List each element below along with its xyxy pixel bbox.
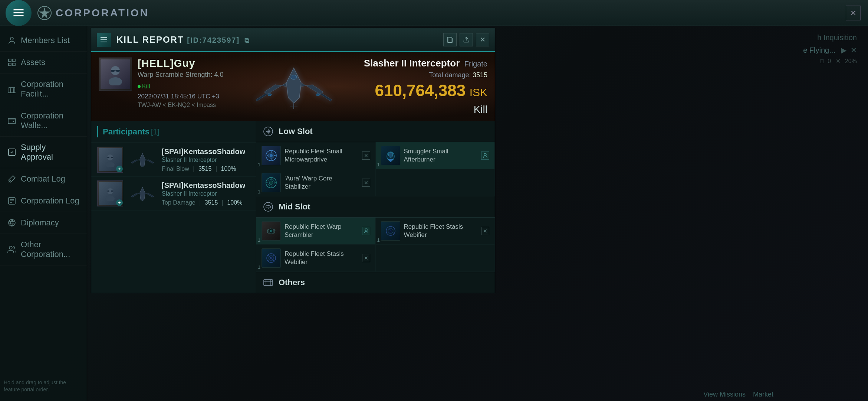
sidebar-label-assets: Assets (21, 58, 45, 67)
victim-section: [HELL]Guy Warp Scramble Strength: 4.0 Ki… (91, 52, 231, 121)
add-participant-1-button[interactable]: + (116, 166, 123, 172)
svg-point-58 (270, 230, 272, 232)
sidebar-label-corp-facilities: Corporation Facilit... (21, 79, 79, 99)
participant-row[interactable]: + [SPAI]KentassoShadow Slasher II Interc… (91, 143, 256, 177)
svg-rect-7 (9, 88, 15, 93)
sidebar-item-diplomacy[interactable]: Diplomacy (0, 212, 87, 234)
assets-icon (7, 58, 16, 67)
participant-stats-2: Top Damage | 3515 | 100% (162, 199, 250, 206)
svg-point-38 (106, 196, 115, 201)
kill-report-titlebar: KILL REPORT [ID:7423597] ⧉ ✕ (91, 28, 495, 52)
module-remove-button[interactable]: ✕ (481, 227, 489, 235)
svg-marker-23 (256, 93, 268, 101)
victim-avatar (99, 58, 132, 91)
svg-point-59 (365, 229, 367, 231)
export-button[interactable] (460, 33, 473, 46)
star-icon (37, 6, 52, 20)
participant-row[interactable]: + [SPAI]KentassoShadow Slasher II Interc… (91, 177, 256, 211)
svg-marker-36 (145, 159, 154, 163)
sidebar-item-corp-facilities[interactable]: Corporation Facilit... (0, 74, 87, 105)
svg-rect-5 (9, 63, 11, 66)
participant-name-2: [SPAI]KentassoShadow (162, 181, 250, 190)
svg-rect-18 (116, 70, 120, 72)
module-icon-stasis-webifier-2 (262, 248, 281, 268)
svg-rect-32 (107, 157, 109, 158)
participant-avatar-1: + (97, 147, 123, 173)
mid-slot-modules-grid: 1 Republic Fleet Warp Scrambler (256, 218, 495, 272)
svg-rect-17 (111, 70, 115, 72)
ship-stats-section: Slasher II Interceptor Frigate Total dam… (356, 52, 495, 121)
svg-point-16 (109, 77, 122, 85)
sidebar-item-corporation-log[interactable]: Corporation Log (0, 190, 87, 212)
person-icon (7, 36, 16, 45)
module-item[interactable]: 1 Republic Fleet Warp Scrambler (256, 218, 376, 245)
corp-title-label: CORPORATION (56, 7, 149, 19)
victim-timestamp: 2022/07/31 18:45:16 UTC +3 (138, 93, 223, 100)
main-area: h Inquisition e Flying... ▶ ✕ □ 0 ✕ 20% … (87, 26, 868, 401)
kill-report-body: Participants [1] (91, 121, 495, 293)
module-person-icon (362, 227, 370, 235)
ship-class: Frigate (464, 60, 487, 68)
svg-point-11 (9, 219, 15, 226)
ship-image (253, 61, 335, 113)
svg-point-25 (268, 94, 272, 96)
sidebar-label-corp-wallet: Corporation Walle... (21, 111, 79, 130)
sidebar-item-corp-wallet[interactable]: Corporation Walle... (0, 105, 87, 137)
module-item[interactable]: 1 Republic Fleet Stasis Webifier ✕ (376, 218, 495, 245)
module-remove-button[interactable]: ✕ (362, 179, 370, 187)
right-hint-1: h Inquisition (803, 33, 857, 42)
close-app-button[interactable]: ✕ (846, 6, 861, 20)
sidebar-item-supply-approval[interactable]: Supply Approval (0, 137, 87, 168)
svg-rect-33 (111, 157, 113, 158)
participants-panel: Participants [1] (91, 121, 256, 293)
participant-ship-1: Slasher II Interceptor (162, 157, 250, 163)
participants-count: [1] (151, 128, 159, 136)
module-remove-button[interactable]: ✕ (362, 254, 370, 262)
svg-rect-3 (9, 59, 11, 62)
svg-marker-41 (140, 187, 145, 201)
total-damage-value: 3515 (473, 71, 487, 79)
kill-report-header: [HELL]Guy Warp Scramble Strength: 4.0 Ki… (91, 52, 495, 121)
sidebar-item-members-list[interactable]: Members List (0, 30, 87, 52)
kill-report-title: KILL REPORT [ID:7423597] ⧉ (116, 35, 438, 45)
sidebar-footer: Hold and drag to adjust the feature port… (4, 379, 78, 394)
sidebar-label-combat-log: Combat Log (21, 174, 65, 184)
hamburger-menu-button[interactable] (6, 0, 32, 26)
module-item[interactable]: 1 'Aura' Warp Core Stabilizer ✕ (256, 169, 376, 196)
svg-point-54 (269, 181, 273, 185)
market-link[interactable]: Market (753, 391, 773, 398)
module-icon-afterburner (381, 146, 400, 165)
participant-ship-2: Slasher II Interceptor (162, 190, 250, 197)
approval-icon (7, 148, 16, 157)
sidebar-item-assets[interactable]: Assets (0, 52, 87, 74)
low-slot-header: Low Slot (256, 121, 495, 142)
others-header: Others (256, 272, 495, 293)
building-icon (7, 85, 16, 94)
module-item[interactable]: 1 Republic Fleet Stasis Webifier ✕ (256, 245, 376, 272)
isk-label: ISK (470, 86, 487, 98)
module-item[interactable]: 1 Smuggler Small Afterburner (376, 142, 495, 169)
kill-badge: Kill (138, 83, 223, 90)
sidebar-item-other-corporations[interactable]: Other Corporation... (0, 234, 87, 265)
clipboard-button[interactable] (443, 33, 457, 46)
participant-ship-icon-1 (128, 150, 157, 169)
mid-slot-title: Mid Slot (279, 202, 310, 212)
svg-marker-34 (140, 153, 145, 167)
participants-title: Participants (103, 127, 149, 137)
victim-location: TWJ-AW < EK-NQ2 < Impass (138, 102, 223, 108)
view-missions-link[interactable]: View Missions (703, 391, 746, 398)
top-bar: CORPORATION ✕ (0, 0, 868, 26)
svg-point-48 (270, 154, 273, 157)
participant-ship-icon-2 (128, 184, 157, 203)
add-participant-2-button[interactable]: + (116, 199, 123, 206)
close-kill-report-button[interactable]: ✕ (476, 33, 489, 46)
kill-report-menu-button[interactable] (97, 33, 111, 47)
svg-rect-8 (8, 118, 16, 124)
module-item[interactable]: 1 Republic Fleet Small Microwarpdrive ✕ (256, 142, 376, 169)
sidebar-item-combat-log[interactable]: Combat Log (0, 168, 87, 190)
svg-point-2 (10, 37, 13, 40)
svg-point-26 (316, 94, 320, 96)
copy-icon[interactable]: ⧉ (244, 37, 250, 44)
svg-point-50 (388, 152, 393, 157)
module-remove-button[interactable]: ✕ (362, 151, 370, 160)
